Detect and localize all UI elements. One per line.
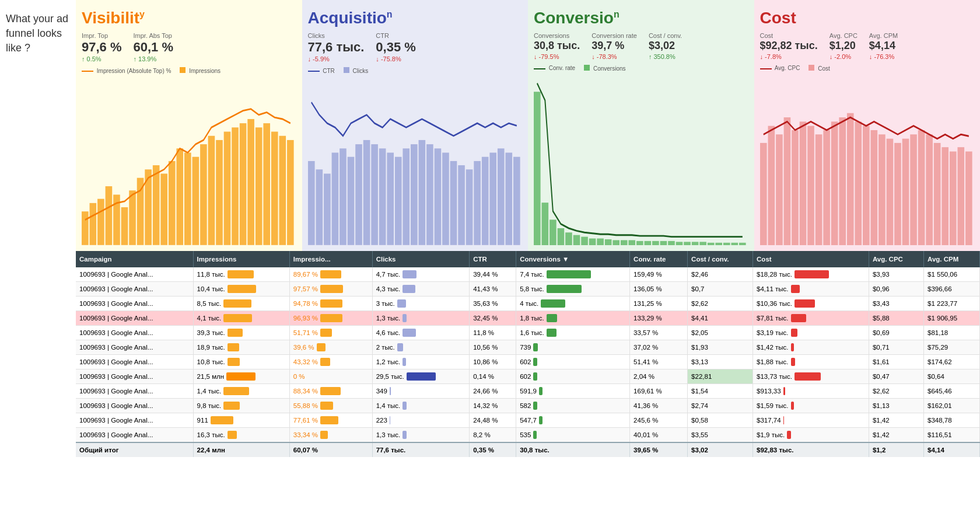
cell-avg-cpm: $396,66 <box>924 282 980 297</box>
cell-cost-conv: $2,74 <box>688 399 753 413</box>
cell-cost: $4,11 тыс. <box>753 282 869 297</box>
cell-campaign: 1009693 | Google Anal... <box>76 355 193 369</box>
cell-cost-conv: $3,55 <box>688 428 753 443</box>
legend-avg-cpc-line: Avg. CPC <box>760 65 800 71</box>
svg-rect-100 <box>910 134 917 245</box>
svg-rect-32 <box>347 157 354 245</box>
svg-rect-54 <box>534 92 541 245</box>
cell-clicks: 4,6 тыс. <box>372 326 470 340</box>
visibility-chart <box>82 77 296 245</box>
svg-rect-89 <box>823 130 830 245</box>
col-avg-cpm[interactable]: Avg. CPM <box>924 251 980 267</box>
cell-ctr: 11,8 % <box>470 326 516 340</box>
cell-campaign: 1009693 | Google Anal... <box>76 282 193 297</box>
svg-rect-59 <box>573 235 580 245</box>
svg-rect-29 <box>324 174 331 245</box>
col-impressions[interactable]: Impressions <box>193 251 289 267</box>
svg-rect-10 <box>160 174 167 245</box>
svg-rect-38 <box>394 157 401 245</box>
svg-rect-30 <box>331 153 338 245</box>
col-impressio-top[interactable]: Impressio... <box>289 251 372 267</box>
cell-cost-conv: $2,62 <box>688 297 753 311</box>
cell-impressions: 1,4 тыс. <box>193 384 289 399</box>
avg-cpc-value: $1,20 <box>830 40 858 52</box>
table-row: 1009693 | Google Anal... 911 77,61 % 223… <box>76 413 980 428</box>
cell-impressio-top: 43,32 % <box>289 355 372 369</box>
cell-avg-cpm: $1 906,95 <box>924 311 980 326</box>
cell-avg-cpm: $162,01 <box>924 399 980 413</box>
cell-campaign: 1009693 | Google Anal... <box>76 428 193 443</box>
svg-rect-66 <box>628 240 635 245</box>
visibility-title: Visibility <box>82 9 296 27</box>
cell-conversions: 602 <box>516 369 630 384</box>
impr-abs-top-metric: Impr. Abs Top 60,1 % ↑ 13.9% <box>134 32 174 62</box>
cell-conversions: 1,8 тыс. <box>516 311 630 326</box>
svg-rect-34 <box>363 140 370 245</box>
svg-rect-56 <box>550 219 556 245</box>
cell-impressio-top: 55,88 % <box>289 399 372 413</box>
svg-rect-88 <box>815 134 822 245</box>
cost-bar-icon <box>808 65 814 71</box>
svg-rect-84 <box>783 117 790 245</box>
svg-rect-5 <box>121 207 128 245</box>
cell-clicks: 1,4 тыс. <box>372 399 470 413</box>
table-row: 1009693 | Google Anal... 21,5 млн 0 % 29… <box>76 369 980 384</box>
col-campaign[interactable]: Campaign <box>76 251 193 267</box>
col-ctr[interactable]: CTR <box>470 251 516 267</box>
cell-impressio-top: 51,71 % <box>289 326 372 340</box>
svg-rect-22 <box>256 128 262 245</box>
cell-ctr: 14,32 % <box>470 399 516 413</box>
svg-rect-2 <box>97 199 104 245</box>
cell-clicks: 29,5 тыс. <box>372 369 470 384</box>
table-row: 1009693 | Google Anal... 16,3 тыс. 33,34… <box>76 428 980 443</box>
svg-rect-21 <box>247 119 254 245</box>
svg-rect-33 <box>355 144 362 245</box>
col-clicks[interactable]: Clicks <box>372 251 470 267</box>
svg-rect-24 <box>271 132 278 245</box>
col-conv-rate[interactable]: Conv. rate <box>630 251 688 267</box>
cell-avg-cpc: $0,69 <box>869 326 923 340</box>
col-cost-conv[interactable]: Cost / conv. <box>688 251 753 267</box>
cell-ctr: 39,44 % <box>470 267 516 282</box>
footer-impressio-top: 60,07 % <box>289 442 372 457</box>
svg-rect-13 <box>184 153 191 245</box>
cell-conv-rate: 2,04 % <box>630 369 688 384</box>
svg-rect-52 <box>505 153 512 245</box>
cell-clicks: 2 тыс. <box>372 340 470 355</box>
cell-ctr: 32,45 % <box>470 311 516 326</box>
cell-cost-conv: $2,46 <box>688 267 753 282</box>
impression-line-icon <box>82 71 93 72</box>
svg-rect-103 <box>933 143 940 245</box>
left-label: What your ad funnel looks like ? <box>0 0 76 530</box>
svg-rect-51 <box>497 149 504 245</box>
svg-rect-7 <box>137 178 144 245</box>
conversions-bar-icon <box>584 65 590 71</box>
legend-ctr-line: CTR <box>308 68 335 74</box>
cell-avg-cpc: $0,96 <box>869 282 923 297</box>
svg-rect-94 <box>863 125 870 245</box>
svg-rect-65 <box>621 240 628 245</box>
svg-rect-101 <box>918 130 925 245</box>
table-row: 1009693 | Google Anal... 1,4 тыс. 88,34 … <box>76 384 980 399</box>
svg-rect-1 <box>90 203 97 245</box>
svg-rect-80 <box>739 243 746 245</box>
cost-conv-change: ↑ 350.8% <box>649 53 682 60</box>
table-row: 1009693 | Google Anal... 10,8 тыс. 43,32… <box>76 355 980 369</box>
clicks-metric: Clicks 77,6 тыс. ↓ -5.9% <box>308 32 365 62</box>
col-cost[interactable]: Cost <box>753 251 869 267</box>
avg-cpc-label: Avg. CPC <box>830 32 858 39</box>
cell-conversions: 547,7 <box>516 413 630 428</box>
cell-avg-cpm: $0,64 <box>924 369 980 384</box>
svg-rect-0 <box>82 211 89 245</box>
svg-rect-62 <box>597 238 604 245</box>
col-avg-cpc[interactable]: Avg. CPC <box>869 251 923 267</box>
svg-rect-68 <box>645 241 652 245</box>
impr-abs-top-label: Impr. Abs Top <box>134 32 174 39</box>
cell-impressio-top: 96,93 % <box>289 311 372 326</box>
col-conversions[interactable]: Conversions ▼ <box>516 251 630 267</box>
cell-avg-cpc: $1,13 <box>869 399 923 413</box>
svg-rect-43 <box>434 149 441 245</box>
conversion-section: Conversion Conversions 30,8 тыс. ↓ -79.5… <box>528 0 754 251</box>
svg-rect-98 <box>894 143 901 245</box>
cost-conv-label: Cost / conv. <box>649 32 682 39</box>
